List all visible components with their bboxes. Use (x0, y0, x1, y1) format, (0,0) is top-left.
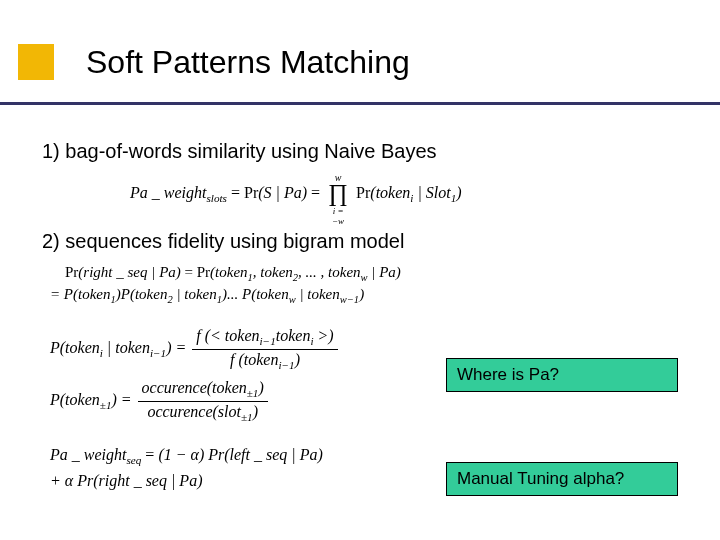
callout-where-pa: Where is Pa? (446, 358, 678, 392)
equation-pa-weight-seq-2: + α Pr(right _ seq | Pa) (50, 472, 202, 490)
bullet-1: 1) bag-of-words similarity using Naive B… (42, 140, 437, 163)
title-underline (0, 102, 720, 105)
equation-right-seq-expanded: = P(token1)P(token2 | token1)... P(token… (50, 286, 364, 305)
slide: Soft Patterns Matching 1) bag-of-words s… (0, 0, 720, 540)
fraction: f (< tokeni−1tokeni >) f (tokeni−1) (192, 326, 337, 372)
equation-pa-weight-seq-1: Pa _ weightseq = (1 − α) Pr(left _ seq |… (50, 446, 323, 466)
fraction-2: occurence(token±1) occurence(slot±1) (138, 378, 268, 424)
bullet-2: 2) sequences fidelity using bigram model (42, 230, 404, 253)
equation-right-seq: Pr(right _ seq | Pa) = Pr(token1, token2… (65, 264, 401, 283)
callout-alpha: Manual Tuning alpha? (446, 462, 678, 496)
equation-bigram-prob: P(tokeni | tokeni−1) = f (< tokeni−1toke… (50, 326, 340, 372)
slide-title: Soft Patterns Matching (86, 44, 410, 81)
product-symbol: w ∏ i = −w (326, 176, 350, 212)
equation-token-slot-prob: P(token±1) = occurence(token±1) occurenc… (50, 378, 270, 424)
accent-square (18, 44, 54, 80)
equation-pa-weight-slots: Pa _ weightslots = Pr(S | Pa) = w ∏ i = … (130, 176, 462, 212)
